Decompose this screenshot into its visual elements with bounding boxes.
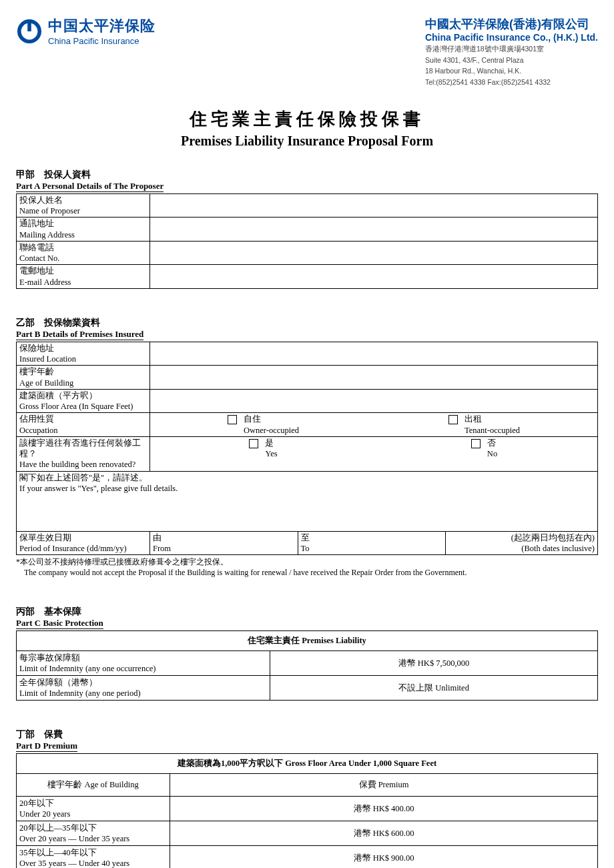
- page-header: 中国太平洋保险 China Pacific Insurance 中國太平洋保險(…: [16, 16, 598, 87]
- mailing-address-label: 通訊地址Mailing Address: [17, 218, 150, 242]
- company-name-en: China Pacific Insurance Co., (H.K.) Ltd.: [425, 32, 598, 43]
- title-cn: 住宅業主責任保險投保書: [16, 107, 598, 131]
- building-age-label: 樓宇年齡Age of Building: [17, 366, 150, 390]
- limit-period-label: 全年保障額（港幣）Limit of Indemnity (any one per…: [17, 676, 270, 701]
- partB-table: 保險地址Insured Location 樓宇年齡Age of Building…: [16, 342, 598, 555]
- tenant-occupied-label: 出租Tenant-occupied: [465, 414, 520, 436]
- partC-heading-cn: 丙部 基本保障: [16, 606, 598, 618]
- title-en: Premises Liability Insurance Proposal Fo…: [16, 133, 598, 149]
- insured-location-label: 保險地址Insured Location: [17, 342, 150, 366]
- partD-table: 建築面積為1,000平方呎以下 Gross Floor Area Under 1…: [16, 753, 598, 868]
- renovation-details-label-en: If your answer is "Yes", please give ful…: [19, 484, 178, 493]
- occupation-options: 自住Owner-occupied 出租Tenant-occupied: [150, 413, 598, 437]
- floor-area-label: 建築面積（平方呎）Gross Floor Area (In Square Fee…: [17, 389, 150, 413]
- owner-occupied-label: 自住Owner-occupied: [244, 414, 299, 436]
- partB-note: *本公司並不接納待修理或已接獲政府修葺令之樓宇之投保。 The company …: [16, 556, 598, 578]
- premium-row-1-age: 20年以下Under 20 years: [17, 797, 170, 821]
- partB-heading-en: Part B Details of Premises Insured: [16, 329, 143, 340]
- company-tel: Tel:(852)2541 4338 Fax:(852)2541 4332: [425, 77, 598, 87]
- mailing-address-input[interactable]: [150, 218, 598, 242]
- period-to[interactable]: 至To: [298, 532, 445, 555]
- renovation-details-label-cn: 閣下如在上述回答"是"，請詳述。: [19, 473, 147, 482]
- partB-heading-cn: 乙部 投保物業資料: [16, 317, 598, 329]
- renovated-yes-checkbox[interactable]: [249, 439, 258, 448]
- company-name-cn: 中國太平洋保險(香港)有限公司: [425, 16, 598, 32]
- contact-no-label: 聯絡電話Contact No.: [17, 241, 150, 265]
- period-cell: 由From 至To (起訖兩日均包括在內)(Both dates inclusi…: [150, 531, 598, 555]
- cpic-logo-icon: [16, 18, 43, 45]
- partC-table: 住宅業主責任 Premises Liability 每宗事故保障額Limit o…: [16, 630, 598, 701]
- limit-occurrence-value: 港幣 HK$ 7,500,000: [270, 651, 598, 676]
- premium-row-3-val: 港幣 HK$ 900.00: [170, 846, 598, 868]
- company-addr-en1: Suite 4301, 43/F., Central Plaza: [425, 55, 598, 65]
- partA-heading-en: Part A Personal Details of The Proposer: [16, 181, 164, 192]
- partD-col-age: 樓宇年齡 Age of Building: [17, 774, 170, 797]
- premium-row-3-age: 35年以上—40年以下Over 35 years — Under 40 year…: [17, 846, 170, 868]
- renovated-no-label: 否No: [487, 438, 497, 460]
- limit-occurrence-label: 每宗事故保障額Limit of Indemnity (any one occur…: [17, 651, 270, 676]
- email-label: 電郵地址E-mail Address: [17, 265, 150, 289]
- partA-heading-cn: 甲部 投保人資料: [16, 169, 598, 181]
- period-label: 保單生效日期Period of Insurance (dd/mm/yy): [17, 531, 150, 555]
- floor-area-input[interactable]: [150, 389, 598, 413]
- premium-row-2-age: 20年以上—35年以下Over 20 years — Under 35 year…: [17, 821, 170, 846]
- company-addr-cn: 香港灣仔港灣道18號中環廣場4301室: [425, 44, 598, 54]
- premium-row-1-val: 港幣 HK$ 400.00: [170, 797, 598, 821]
- logo-text-en: China Pacific Insurance: [48, 36, 156, 46]
- renovated-no-checkbox[interactable]: [471, 439, 481, 448]
- partD-heading-en: Part D Premium: [16, 741, 77, 752]
- contact-no-input[interactable]: [150, 241, 598, 265]
- owner-occupied-checkbox[interactable]: [228, 415, 237, 424]
- svg-rect-1: [27, 19, 31, 31]
- period-inclusive-note: (起訖兩日均包括在內)(Both dates inclusive): [445, 532, 597, 555]
- company-addr-en2: 18 Harbour Rd., Wanchai, H.K.: [425, 66, 598, 76]
- company-info: 中國太平洋保險(香港)有限公司 China Pacific Insurance …: [425, 16, 598, 87]
- insured-location-input[interactable]: [150, 342, 598, 366]
- renovated-label: 該樓宇過往有否進行任何裝修工程？Have the building been r…: [17, 436, 150, 471]
- partC-heading-en: Part C Basic Protection: [16, 618, 103, 629]
- partD-col-premium: 保費 Premium: [170, 774, 598, 797]
- partD-heading-cn: 丁部 保費: [16, 729, 598, 741]
- limit-period-value: 不設上限 Unlimited: [270, 676, 598, 701]
- premium-row-2-val: 港幣 HK$ 600.00: [170, 821, 598, 846]
- renovated-options: 是Yes 否No: [150, 436, 598, 471]
- email-input[interactable]: [150, 265, 598, 289]
- period-from[interactable]: 由From: [150, 532, 298, 555]
- logo-block: 中国太平洋保险 China Pacific Insurance: [16, 16, 156, 46]
- proposer-name-label: 投保人姓名Name of Proposer: [17, 193, 150, 218]
- proposer-name-input[interactable]: [150, 193, 598, 218]
- partC-table-header: 住宅業主責任 Premises Liability: [17, 631, 598, 651]
- renovation-details-cell[interactable]: 閣下如在上述回答"是"，請詳述。 If your answer is "Yes"…: [17, 471, 598, 531]
- occupation-label: 佔用性質Occupation: [17, 413, 150, 437]
- building-age-input[interactable]: [150, 366, 598, 390]
- form-title: 住宅業主責任保險投保書 Premises Liability Insurance…: [16, 107, 598, 149]
- renovated-yes-label: 是Yes: [265, 438, 277, 460]
- partA-table: 投保人姓名Name of Proposer 通訊地址Mailing Addres…: [16, 193, 598, 289]
- partD-table-header: 建築面積為1,000平方呎以下 Gross Floor Area Under 1…: [17, 754, 598, 774]
- tenant-occupied-checkbox[interactable]: [448, 415, 458, 424]
- logo-text-cn: 中国太平洋保险: [48, 16, 156, 36]
